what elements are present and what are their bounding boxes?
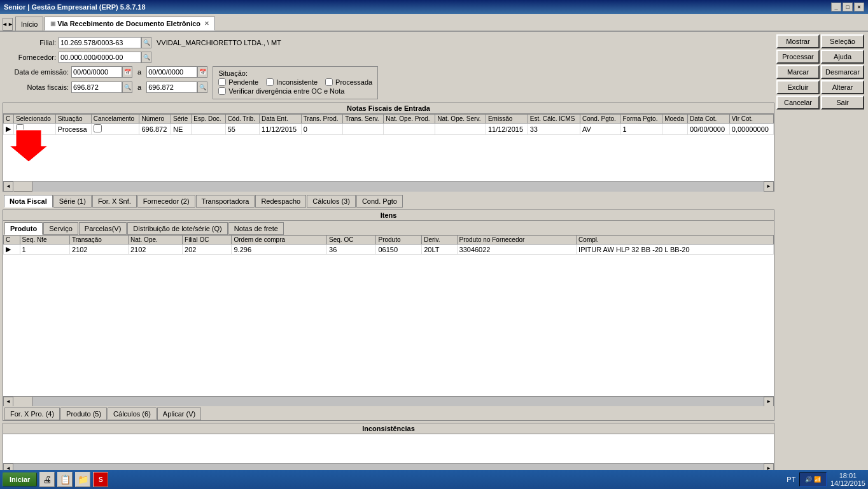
fornecedor-input[interactable] [59, 52, 141, 63]
tab-parcelas[interactable]: Parcelas(V) [79, 222, 127, 235]
itens-col-ordemcompra: Ordem de compra [232, 236, 327, 244]
notas-connector: a [137, 83, 141, 91]
notas-search-to[interactable]: 🔍 [197, 82, 207, 93]
tab-calculos-6[interactable]: Cálculos (6) [108, 408, 157, 420]
title-bar: Senior | Gestão Empresarial (ERP) 5.8.7.… [0, 0, 868, 14]
product-tabs: Produto Serviço Parcelas(V) Distribuição… [3, 221, 774, 235]
tab-for-x-pro[interactable]: For. X Pro. (4) [4, 408, 60, 420]
tab-redespacho[interactable]: Redespacho [255, 195, 306, 208]
filial-input[interactable] [59, 37, 141, 48]
itens-col-deriv: Deriv. [422, 236, 457, 244]
cancelar-button[interactable]: Cancelar [776, 96, 820, 110]
minimize-btn[interactable]: _ [831, 3, 841, 11]
verificar-divergencia-checkbox[interactable] [218, 87, 226, 95]
tab-nota-fiscal[interactable]: Nota Fiscal [4, 195, 53, 208]
itens-scroll-thumb[interactable] [13, 397, 32, 407]
notas-fiscais-label: Notas fiscais: [5, 83, 69, 91]
taskbar-icon-2[interactable]: 📋 [57, 472, 73, 487]
table-row[interactable]: ▶ Processa 696.872 NE 55 11/12/2015 0 [4, 124, 774, 135]
taskbar-icon-1[interactable]: 🖨 [39, 472, 55, 487]
scroll-right[interactable]: ► [764, 181, 774, 192]
cell-vlrcot: 0,00000000 [729, 124, 773, 135]
itens-table-row[interactable]: ▶ 1 2102 2102 202 9.296 36 06150 20LT 33… [4, 244, 774, 255]
date-picker-to[interactable]: 📅 [197, 66, 207, 78]
inconsistencias-content [3, 434, 774, 463]
scroll-thumb[interactable] [13, 181, 32, 192]
notas-from[interactable] [71, 82, 122, 93]
mostrar-button[interactable]: Mostrar [776, 34, 820, 48]
alterar-button[interactable]: Alterar [821, 80, 864, 94]
col-formapgto: Forma Pgto. [620, 115, 662, 124]
col-emissao: Emissão [486, 115, 528, 124]
col-natopeprod: Nat. Ope. Prod. [384, 115, 435, 124]
notas-to[interactable] [146, 82, 197, 93]
window-controls[interactable]: _ □ × [831, 3, 864, 11]
ajuda-button[interactable]: Ajuda [821, 50, 864, 64]
col-transserv: Trans. Serv. [343, 115, 384, 124]
itens-scroll-left[interactable]: ◄ [3, 397, 13, 407]
tab-distribuicao[interactable]: Distribuição de lote/série (Q) [127, 222, 227, 235]
notas-fiscais-section: Notas Fiscais de Entrada C Selecionado [3, 103, 774, 192]
svg-marker-0 [10, 130, 48, 162]
cell-datacot: 00/00/0000 [688, 124, 730, 135]
pendente-checkbox[interactable] [218, 78, 226, 86]
tab-produto-5[interactable]: Produto (5) [60, 408, 107, 420]
marcar-button[interactable]: Marcar [776, 65, 820, 79]
maximize-btn[interactable]: □ [843, 3, 853, 11]
cell-situacao: Processa [55, 124, 91, 135]
sair-button[interactable]: Sair [821, 96, 864, 110]
selecao-button[interactable]: Seleção [821, 34, 864, 48]
start-button[interactable]: Iniciar [3, 472, 37, 486]
filter-form: Filial: 🔍 VVIDAL_MARCHIORETTO LTDA., \ M… [3, 34, 774, 101]
notas-hscroll[interactable]: ◄ ► [3, 181, 774, 191]
fornecedor-search-btn[interactable]: 🔍 [141, 52, 151, 63]
notas-fiscais-header: Notas Fiscais de Entrada [3, 103, 774, 114]
cell-transprod: 0 [301, 124, 342, 135]
data-emissao-from[interactable] [71, 66, 122, 78]
tab-notas-frete[interactable]: Notas de frete [228, 222, 284, 235]
inconsistente-checkbox[interactable] [266, 78, 274, 86]
verificar-divergencia-label: Verificar divergência entre OC e Nota [228, 87, 344, 95]
itens-header: Itens [3, 210, 774, 221]
clock-date: 14/12/2015 [830, 479, 865, 487]
processada-checkbox[interactable] [325, 78, 333, 86]
taskbar-icon-3[interactable]: 📁 [75, 472, 90, 487]
taskbar-icon-4[interactable]: S [93, 472, 108, 487]
tab-via-recebimento[interactable]: ▣ Via Recebimento de Documento Eletrônic… [45, 17, 215, 31]
desmarcar-button[interactable]: Desmarcar [821, 65, 864, 79]
tab-aplicar[interactable]: Aplicar (V) [157, 408, 201, 420]
tab-serie[interactable]: Série (1) [53, 195, 92, 208]
tab-transportadora[interactable]: Transportadora [196, 195, 255, 208]
tab-for-x-snf[interactable]: For. X Snf. [92, 195, 137, 208]
tab-fornecedor[interactable]: Fornecedor (2) [137, 195, 195, 208]
scroll-left[interactable]: ◄ [3, 181, 13, 192]
data-connector: a [137, 68, 141, 76]
date-picker-from[interactable]: 📅 [122, 66, 132, 78]
cell-condpgto: AV [580, 124, 620, 135]
itens-col-transacao: Transação [70, 236, 129, 244]
tab-close-icon[interactable]: ✕ [204, 20, 209, 27]
notas-search-from[interactable]: 🔍 [122, 82, 132, 93]
itens-cell-seqnfe: 1 [20, 244, 69, 255]
data-emissao-to[interactable] [146, 66, 197, 78]
close-btn[interactable]: × [854, 3, 864, 11]
tab-produto[interactable]: Produto [4, 222, 43, 235]
excluir-button[interactable]: Excluir [776, 80, 820, 94]
tab-cond-pgto[interactable]: Cond. Pgto [356, 195, 403, 208]
col-estcalcicms: Est. Cálc. ICMS [528, 115, 580, 124]
itens-hscroll[interactable]: ◄ ► [3, 396, 774, 406]
tab-inicio[interactable]: Início [15, 17, 43, 31]
col-transprod: Trans. Prod. [301, 115, 342, 124]
cancel-checkbox[interactable] [94, 124, 102, 132]
taskbar-right: PT 🔊 📶 18:01 14/12/2015 [787, 472, 865, 487]
filial-search-btn[interactable]: 🔍 [141, 37, 151, 48]
itens-scroll-right[interactable]: ► [764, 397, 774, 407]
processar-button[interactable]: Processar [776, 50, 820, 64]
nav-icon[interactable]: ◄► [3, 18, 13, 31]
col-condpgto: Cond. Pgto. [580, 115, 620, 124]
tab-servico[interactable]: Serviço [43, 222, 78, 235]
tab-calculos[interactable]: Cálculos (3) [307, 195, 356, 208]
cell-numero: 696.872 [139, 124, 171, 135]
cell-cancelamento[interactable] [91, 124, 139, 135]
itens-col-c: C [4, 236, 20, 244]
